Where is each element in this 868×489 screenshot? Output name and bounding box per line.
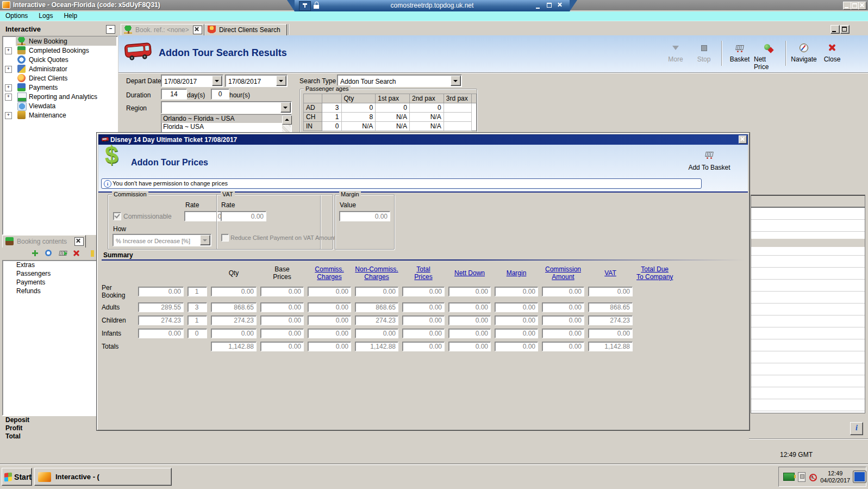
expand-box[interactable]: +	[5, 94, 12, 101]
summary-cell-qty[interactable]: 1	[188, 287, 207, 296]
pax-type-label[interactable]: IN	[304, 122, 322, 131]
summary-cell[interactable]: 0.00	[542, 342, 584, 351]
reduce-vat-checkbox[interactable]	[221, 234, 229, 242]
summary-cell[interactable]: 0.00	[542, 287, 584, 296]
summary-cell[interactable]: 0.00	[448, 342, 491, 351]
summary-column-header[interactable]: Total DueTo Company	[636, 265, 673, 281]
taskbar-task-button[interactable]: Interactive - (	[34, 468, 172, 486]
commissionable-checkbox[interactable]	[113, 212, 121, 220]
summary-cell[interactable]: 0.00	[355, 287, 398, 296]
booking-contents-tab[interactable]: Booking contents	[2, 235, 86, 247]
rdp-close-button[interactable]	[557, 2, 565, 10]
summary-cell[interactable]: 0.00	[495, 342, 538, 351]
summary-cell[interactable]: 0.00	[138, 329, 184, 338]
summary-cell-qty[interactable]: 1	[188, 315, 207, 325]
depart-date-from-combo[interactable]: 17/08/2017	[161, 75, 223, 87]
vat-rate-input[interactable]: 0.00	[221, 211, 266, 221]
summary-column-header[interactable]: CommissionAmount	[542, 265, 584, 281]
sidebar-item[interactable]: + Maintenance	[3, 110, 117, 120]
summary-cell[interactable]: 1,142.88	[588, 342, 633, 351]
menu-item[interactable]: Logs	[33, 11, 58, 20]
menu-item[interactable]: Help	[58, 11, 83, 20]
chevron-down-icon[interactable]	[212, 76, 222, 86]
menu-item[interactable]: Options	[0, 11, 33, 20]
info-button[interactable]: i	[850, 422, 863, 435]
volume-muted-icon[interactable]	[809, 473, 817, 481]
region-combo[interactable]	[161, 101, 292, 114]
summary-cell[interactable]: 0.00	[308, 342, 351, 351]
summary-cell[interactable]: 868.65	[355, 302, 398, 312]
summary-cell[interactable]: 0.00	[138, 287, 184, 296]
summary-cell[interactable]: 1,142.88	[355, 342, 398, 351]
toolbar-button[interactable]: Close	[818, 40, 846, 71]
start-button[interactable]: Start	[2, 468, 32, 486]
dialog-close-button[interactable]	[739, 135, 747, 144]
duration-days-input[interactable]: 14	[161, 89, 187, 100]
summary-cell[interactable]: 289.55	[138, 302, 184, 312]
summary-cell[interactable]: 274.23	[211, 315, 257, 325]
network-icon[interactable]	[783, 473, 795, 481]
tab-direct-clients-search[interactable]: Direct Clients Search	[204, 24, 287, 36]
summary-cell[interactable]: 0.00	[402, 329, 445, 338]
summary-column-header[interactable]: BasePrices	[260, 265, 304, 281]
summary-cell[interactable]: 274.23	[588, 315, 633, 325]
summary-cell[interactable]: 0.00	[448, 287, 491, 296]
summary-cell[interactable]: 0.00	[211, 329, 257, 338]
summary-cell[interactable]: 0.00	[542, 329, 584, 338]
mdi-minimize-button[interactable]	[830, 25, 840, 34]
summary-column-header[interactable]	[138, 265, 184, 281]
summary-column-header[interactable]: Commiss.Charges	[308, 265, 351, 281]
summary-cell[interactable]: 0.00	[308, 329, 351, 338]
chevron-down-icon[interactable]	[276, 76, 286, 86]
region-list-item[interactable]: Florida ~ USA	[161, 123, 282, 131]
sidebar-item[interactable]: + Payments	[3, 83, 117, 92]
cart-arrow-icon[interactable]	[58, 249, 67, 258]
summary-cell[interactable]: 0.00	[588, 329, 633, 338]
summary-cell[interactable]: 0.00	[211, 287, 257, 296]
sidebar-item[interactable]: + New Booking	[3, 36, 117, 46]
pax-type-label[interactable]: AD	[304, 103, 322, 113]
summary-cell[interactable]: 0.00	[448, 329, 491, 338]
summary-cell[interactable]: 0.00	[260, 342, 304, 351]
expand-box[interactable]: +	[5, 84, 12, 91]
summary-cell[interactable]: 868.65	[211, 302, 257, 312]
summary-column-header[interactable]: Non-Commiss.Charges	[355, 265, 398, 281]
summary-cell-qty[interactable]: 0	[188, 329, 207, 338]
margin-value-input[interactable]: 0.00	[339, 211, 390, 221]
rdp-minimize-button[interactable]	[535, 2, 544, 10]
chevron-down-icon[interactable]	[280, 102, 291, 113]
summary-cell[interactable]: 0.00	[308, 302, 351, 312]
summary-cell[interactable]: 868.65	[588, 302, 633, 312]
summary-column-header[interactable]: Qty	[211, 265, 257, 281]
summary-cell[interactable]: 0.00	[542, 315, 584, 325]
duration-hours-input[interactable]: 0	[211, 89, 229, 100]
tab-close-button[interactable]	[193, 26, 202, 34]
window-minimize-button[interactable]	[843, 2, 851, 10]
toolbar-button[interactable]: More	[661, 40, 690, 71]
region-list-item[interactable]: Orlando ~ Florida ~ USA	[161, 115, 282, 123]
summary-cell-qty[interactable]: 3	[188, 302, 207, 312]
summary-column-header[interactable]: TotalPrices	[402, 265, 445, 281]
summary-cell[interactable]: 274.23	[138, 315, 184, 325]
summary-cell[interactable]: 0.00	[402, 302, 445, 312]
sidebar-item[interactable]: + Direct Clients	[3, 73, 117, 83]
sidebar-item[interactable]: + Reporting and Analytics	[3, 92, 117, 101]
rdp-restore-button[interactable]	[546, 2, 554, 10]
expand-box[interactable]: +	[5, 112, 12, 119]
summary-cell[interactable]: 0.00	[402, 342, 445, 351]
summary-cell[interactable]: 0.00	[448, 315, 491, 325]
sidebar-item[interactable]: + Viewdata	[3, 101, 117, 110]
add-to-basket-button[interactable]: Add To Basket	[679, 150, 739, 171]
summary-cell[interactable]: 0.00	[260, 329, 304, 338]
summary-cell[interactable]: 0.00	[260, 315, 304, 325]
red-x-icon[interactable]	[72, 249, 80, 258]
summary-cell[interactable]: 0.00	[402, 287, 445, 296]
sidebar-item[interactable]: + Administrator	[3, 64, 117, 73]
summary-cell[interactable]: 0.00	[355, 329, 398, 338]
summary-cell[interactable]: 0.00	[448, 302, 491, 312]
partial-icon[interactable]	[85, 249, 94, 258]
summary-cell[interactable]: 0.00	[588, 287, 633, 296]
summary-column-header[interactable]: VAT	[588, 265, 633, 281]
summary-cell[interactable]: 0.00	[260, 302, 304, 312]
chevron-down-icon[interactable]	[451, 76, 461, 86]
